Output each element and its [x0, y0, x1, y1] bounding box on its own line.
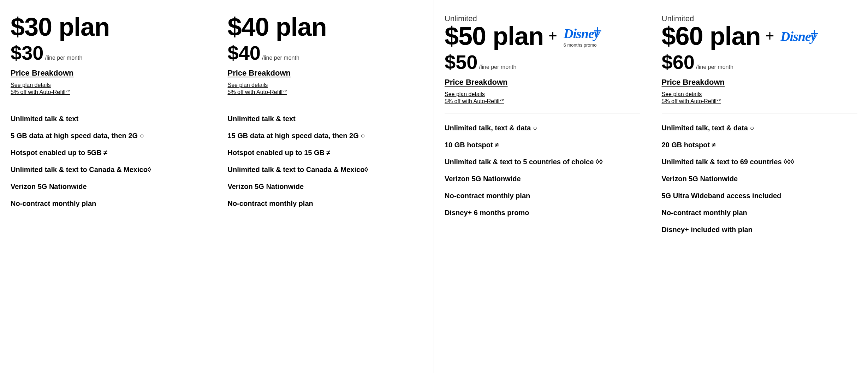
features-list: Unlimited talk, text & data ○ 10 GB hots… [445, 123, 640, 217]
see-details-link[interactable]: See plan details [11, 82, 206, 88]
plan-title: $60 plan [662, 23, 761, 49]
plan-links: See plan details 5% off with Auto-Refill… [445, 91, 640, 105]
section-divider [445, 113, 640, 113]
feature-item: Unlimited talk, text & data ○ [445, 123, 640, 132]
plan-price: $40 [228, 43, 261, 63]
feature-item: 10 GB hotspot ≠ [445, 140, 640, 149]
plan-links: See plan details 5% off with Auto-Refill… [11, 82, 206, 95]
auto-refill-link[interactable]: 5% off with Auto-Refill°° [445, 98, 640, 105]
plan-card-plan-60: Unlimited $60 plan + Disney + $60 /line … [651, 0, 868, 373]
section-divider [11, 104, 206, 104]
plans-container: $30 plan $30 /line per month Price Break… [0, 0, 868, 373]
plus-icon: + [548, 29, 557, 43]
feature-item: Verizon 5G Nationwide [662, 174, 858, 183]
plan-price-row: $30 /line per month [11, 43, 206, 63]
features-list: Unlimited talk & text 15 GB data at high… [228, 114, 423, 208]
disney-promo-text: 6 months promo [564, 42, 597, 48]
plan-card-plan-40: $40 plan $40 /line per month Price Break… [217, 0, 434, 373]
feature-item: Unlimited talk & text to Canada & Mexico… [228, 165, 423, 174]
plan-title: $30 plan [11, 14, 109, 40]
feature-item: Unlimited talk & text [228, 114, 423, 123]
feature-item: Verizon 5G Nationwide [445, 174, 640, 183]
price-breakdown-link[interactable]: Price Breakdown [11, 69, 206, 78]
plan-price-suffix: /line per month [262, 55, 299, 61]
feature-item: Disney+ 6 months promo [445, 208, 640, 217]
feature-item: Verizon 5G Nationwide [11, 182, 206, 191]
plan-title-row: $30 plan [11, 14, 206, 40]
feature-item: No-contract monthly plan [11, 199, 206, 208]
plan-price-suffix: /line per month [479, 64, 516, 70]
auto-refill-link[interactable]: 5% off with Auto-Refill°° [228, 89, 423, 95]
plan-title: $40 plan [228, 14, 327, 40]
plan-card-plan-50: Unlimited $50 plan + Disney + 6 months p… [434, 0, 651, 373]
feature-item: 15 GB data at high speed data, then 2G ○ [228, 131, 423, 140]
feature-item: Unlimited talk, text & data ○ [662, 123, 858, 132]
plan-price-row: $40 /line per month [228, 43, 423, 63]
plan-title-row: $60 plan + Disney + [662, 23, 858, 49]
plan-price-suffix: /line per month [45, 55, 82, 61]
feature-item: 5 GB data at high speed data, then 2G ○ [11, 131, 206, 140]
feature-item: Unlimited talk & text to 69 countries ◊◊… [662, 157, 858, 166]
feature-item: No-contract monthly plan [445, 191, 640, 200]
section-divider [662, 113, 858, 113]
features-list: Unlimited talk & text 5 GB data at high … [11, 114, 206, 208]
plan-links: See plan details 5% off with Auto-Refill… [228, 82, 423, 95]
plan-price-suffix: /line per month [696, 64, 733, 70]
disney-plus-badge: Disney + 6 months promo [564, 25, 602, 48]
price-breakdown-link[interactable]: Price Breakdown [445, 78, 640, 87]
price-breakdown-link[interactable]: Price Breakdown [662, 78, 858, 87]
plan-title-row: $40 plan [228, 14, 423, 40]
plan-price: $60 [662, 52, 695, 72]
feature-item: Disney+ included with plan [662, 225, 858, 234]
plan-price: $30 [11, 43, 43, 63]
see-details-link[interactable]: See plan details [662, 91, 858, 97]
plan-title-row: $50 plan + Disney + 6 months promo [445, 23, 640, 49]
feature-item: Verizon 5G Nationwide [228, 182, 423, 191]
feature-item: Unlimited talk & text [11, 114, 206, 123]
plan-links: See plan details 5% off with Auto-Refill… [662, 91, 858, 105]
plan-title: $50 plan [445, 23, 543, 49]
feature-item: No-contract monthly plan [228, 199, 423, 208]
auto-refill-link[interactable]: 5% off with Auto-Refill°° [11, 89, 206, 95]
feature-item: No-contract monthly plan [662, 208, 858, 217]
feature-item: Hotspot enabled up to 15 GB ≠ [228, 148, 423, 157]
feature-item: Unlimited talk & text to Canada & Mexico… [11, 165, 206, 174]
svg-text:+: + [593, 25, 602, 39]
plan-header: $30 plan [11, 14, 206, 41]
plan-price-row: $60 /line per month [662, 52, 858, 72]
disney-plus-badge: Disney + [780, 28, 819, 45]
feature-item: 5G Ultra Wideband access included [662, 191, 858, 200]
plan-card-plan-30: $30 plan $30 /line per month Price Break… [0, 0, 217, 373]
feature-item: Unlimited talk & text to 5 countries of … [445, 157, 640, 166]
price-breakdown-link[interactable]: Price Breakdown [228, 69, 423, 78]
plus-icon: + [766, 29, 774, 43]
svg-text:+: + [810, 28, 819, 42]
plan-header: $40 plan [228, 14, 423, 41]
auto-refill-link[interactable]: 5% off with Auto-Refill°° [662, 98, 858, 105]
feature-item: Hotspot enabled up to 5GB ≠ [11, 148, 206, 157]
plan-price-row: $50 /line per month [445, 52, 640, 72]
see-details-link[interactable]: See plan details [445, 91, 640, 97]
feature-item: 20 GB hotspot ≠ [662, 140, 858, 149]
see-details-link[interactable]: See plan details [228, 82, 423, 88]
plan-header: Unlimited $50 plan + Disney + 6 months p… [445, 14, 640, 50]
features-list: Unlimited talk, text & data ○ 20 GB hots… [662, 123, 858, 234]
plan-header: Unlimited $60 plan + Disney + [662, 14, 858, 50]
section-divider [228, 104, 423, 104]
plan-price: $50 [445, 52, 477, 72]
